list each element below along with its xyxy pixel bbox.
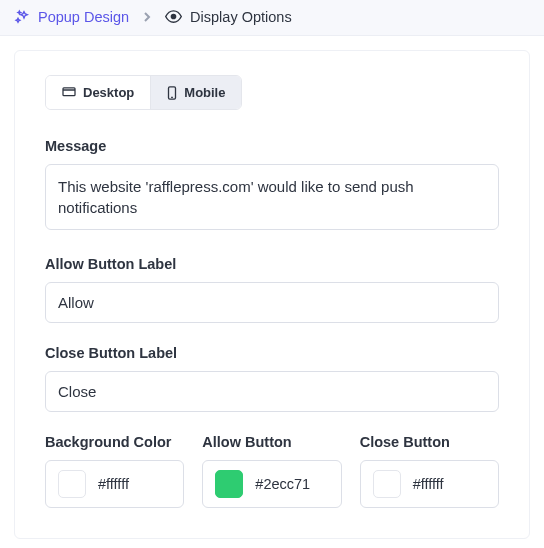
allow-button-color-swatch[interactable] bbox=[215, 470, 243, 498]
close-button-color-swatch[interactable] bbox=[373, 470, 401, 498]
allow-button-label-input[interactable] bbox=[45, 282, 499, 323]
breadcrumb: Popup Design Display Options bbox=[0, 0, 544, 36]
settings-panel: Desktop Mobile Message Allow Button Labe… bbox=[14, 50, 530, 539]
breadcrumb-popup-design[interactable]: Popup Design bbox=[14, 9, 129, 25]
eye-icon bbox=[165, 8, 182, 25]
tab-mobile-label: Mobile bbox=[184, 85, 225, 100]
background-color-input[interactable]: #ffffff bbox=[45, 460, 184, 508]
message-label: Message bbox=[45, 138, 499, 154]
close-button-label-input[interactable] bbox=[45, 371, 499, 412]
background-color-hex: #ffffff bbox=[98, 476, 129, 492]
desktop-icon bbox=[62, 87, 76, 99]
close-button-label-label: Close Button Label bbox=[45, 345, 499, 361]
tab-desktop[interactable]: Desktop bbox=[46, 76, 150, 109]
close-button-label-field: Close Button Label bbox=[45, 345, 499, 412]
close-button-color-label: Close Button bbox=[360, 434, 499, 450]
allow-button-label-label: Allow Button Label bbox=[45, 256, 499, 272]
mobile-icon bbox=[167, 86, 177, 100]
breadcrumb-display-options: Display Options bbox=[165, 8, 292, 25]
background-color-swatch[interactable] bbox=[58, 470, 86, 498]
breadcrumb-current-label: Display Options bbox=[190, 9, 292, 25]
allow-button-color-input[interactable]: #2ecc71 bbox=[202, 460, 341, 508]
tab-mobile[interactable]: Mobile bbox=[150, 76, 241, 109]
close-button-color-field: Close Button #ffffff bbox=[360, 434, 499, 508]
tab-desktop-label: Desktop bbox=[83, 85, 134, 100]
background-color-label: Background Color bbox=[45, 434, 184, 450]
allow-button-color-field: Allow Button #2ecc71 bbox=[202, 434, 341, 508]
svg-rect-1 bbox=[63, 87, 75, 95]
breadcrumb-parent-label: Popup Design bbox=[38, 9, 129, 25]
close-button-color-hex: #ffffff bbox=[413, 476, 444, 492]
close-button-color-input[interactable]: #ffffff bbox=[360, 460, 499, 508]
allow-button-color-label: Allow Button bbox=[202, 434, 341, 450]
svg-point-0 bbox=[171, 14, 175, 18]
allow-button-label-field: Allow Button Label bbox=[45, 256, 499, 323]
background-color-field: Background Color #ffffff bbox=[45, 434, 184, 508]
message-input[interactable] bbox=[45, 164, 499, 230]
magic-wand-icon bbox=[14, 9, 30, 25]
chevron-right-icon bbox=[143, 11, 151, 23]
color-row: Background Color #ffffff Allow Button #2… bbox=[45, 434, 499, 508]
message-field: Message bbox=[45, 138, 499, 234]
device-tabs: Desktop Mobile bbox=[45, 75, 242, 110]
allow-button-color-hex: #2ecc71 bbox=[255, 476, 310, 492]
